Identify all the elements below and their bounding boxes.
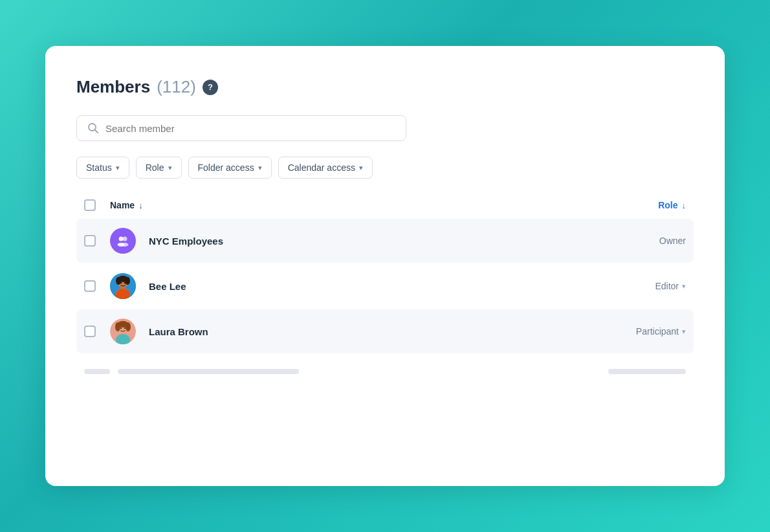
svg-point-22 xyxy=(124,327,126,329)
name-sort-icon: ↓ xyxy=(138,201,143,210)
role-sort-icon: ↓ xyxy=(682,201,687,210)
search-input[interactable] xyxy=(105,123,395,134)
table-row: NYC Employees Owner xyxy=(76,219,694,263)
panel-header: Members (112) ? xyxy=(76,77,694,97)
member-name: Laura Brown xyxy=(149,326,208,337)
table-header: Name ↓ Role ↓ xyxy=(76,199,694,219)
svg-point-13 xyxy=(120,282,122,283)
folder-access-filter[interactable]: Folder access ▾ xyxy=(188,157,272,179)
row-checkbox-bee[interactable] xyxy=(84,280,96,292)
svg-point-9 xyxy=(116,277,121,285)
scroll-indicator xyxy=(118,369,299,374)
calendar-access-filter[interactable]: Calendar access ▾ xyxy=(278,157,373,179)
chevron-down-icon: ▾ xyxy=(682,327,686,336)
search-container xyxy=(76,115,694,141)
svg-point-2 xyxy=(119,237,124,241)
chevron-down-icon: ▾ xyxy=(359,164,363,172)
role-column-header[interactable]: Role ↓ xyxy=(582,200,686,210)
avatar xyxy=(110,228,136,254)
filter-bar: Status ▾ Role ▾ Folder access ▾ Calendar… xyxy=(76,157,694,179)
svg-point-19 xyxy=(126,322,131,331)
table-row: Laura Brown Participant ▾ xyxy=(76,309,694,353)
avatar xyxy=(110,318,136,344)
chevron-down-icon: ▾ xyxy=(116,164,120,172)
svg-point-18 xyxy=(115,322,120,331)
chevron-down-icon: ▾ xyxy=(258,164,262,172)
status-filter[interactable]: Status ▾ xyxy=(76,157,129,179)
members-panel: Members (112) ? Status ▾ Role ▾ Folder a… xyxy=(45,46,725,486)
scroll-hint xyxy=(76,369,694,374)
member-name: Bee Lee xyxy=(149,281,186,292)
search-icon xyxy=(87,122,99,134)
help-icon[interactable]: ? xyxy=(203,80,218,95)
member-count: (112) xyxy=(157,77,196,97)
select-all-checkbox-col xyxy=(84,199,110,211)
panel-title: Members xyxy=(76,77,150,97)
svg-point-21 xyxy=(120,327,122,329)
chevron-down-icon: ▾ xyxy=(682,282,686,291)
table-row: Bee Lee Editor ▾ xyxy=(76,264,694,308)
role-cell[interactable]: Editor ▾ xyxy=(582,281,686,291)
member-name: NYC Employees xyxy=(149,236,223,247)
role-cell[interactable]: Participant ▾ xyxy=(582,326,686,337)
name-column-header[interactable]: Name ↓ xyxy=(110,200,582,210)
scroll-indicator xyxy=(84,369,110,374)
svg-point-14 xyxy=(124,282,126,283)
chevron-down-icon: ▾ xyxy=(168,164,172,172)
row-checkbox-laura[interactable] xyxy=(84,326,96,337)
row-checkbox-nyc[interactable] xyxy=(84,235,96,247)
svg-point-10 xyxy=(125,277,130,285)
svg-line-1 xyxy=(95,130,98,133)
role-filter[interactable]: Role ▾ xyxy=(136,157,182,179)
avatar xyxy=(110,273,136,299)
bee-avatar-svg xyxy=(110,273,136,299)
svg-point-3 xyxy=(123,237,127,241)
laura-avatar-svg xyxy=(110,318,136,344)
search-input-wrapper xyxy=(76,115,406,141)
group-icon xyxy=(116,234,130,248)
role-cell: Owner xyxy=(582,236,686,246)
scroll-indicator xyxy=(608,369,686,374)
select-all-checkbox[interactable] xyxy=(84,199,96,211)
svg-point-5 xyxy=(122,243,129,247)
